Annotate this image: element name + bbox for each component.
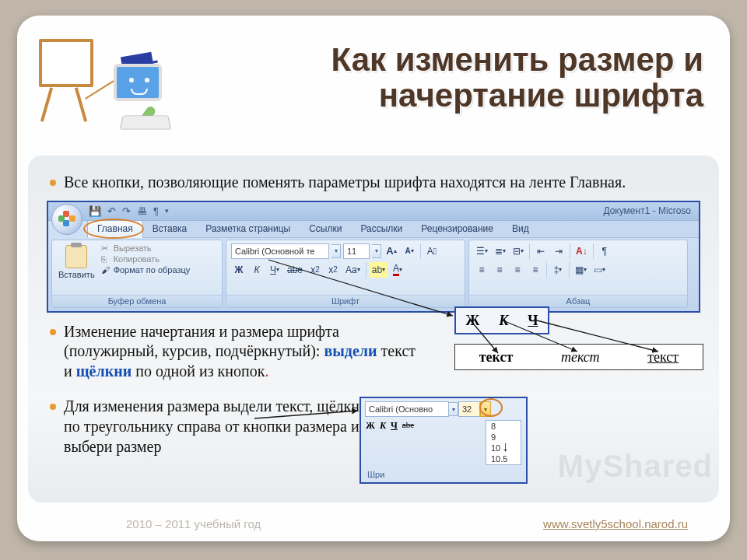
callout-s[interactable]: abe xyxy=(402,420,414,432)
tab-home[interactable]: Главная xyxy=(87,220,143,238)
bold-label: Ж xyxy=(235,264,244,275)
highlight-label: ab xyxy=(372,264,382,275)
callout-underline: Ч xyxy=(528,313,538,329)
font-size-combo[interactable]: 11 xyxy=(343,243,370,259)
tab-view[interactable]: Вид xyxy=(503,221,538,237)
strike-button[interactable]: abe xyxy=(285,262,305,278)
shading-button[interactable]: ▦▾ xyxy=(573,262,589,278)
paste-label: Вставить xyxy=(58,270,95,279)
tab-review[interactable]: Рецензирование xyxy=(412,221,503,237)
align-center-button[interactable]: ≡ xyxy=(492,262,507,278)
brush-icon: 🖌 xyxy=(101,265,110,275)
callout-u[interactable]: Ч xyxy=(391,420,398,432)
arrow-down-icon: ↓ xyxy=(502,439,509,455)
highlight-button[interactable]: ab▾ xyxy=(370,262,388,278)
office-button[interactable] xyxy=(51,204,82,235)
sort-button[interactable]: А↓ xyxy=(573,243,590,259)
italic-button[interactable]: К xyxy=(249,262,265,278)
tab-mailings[interactable]: Рассылки xyxy=(351,221,412,237)
grow-font-button[interactable]: A▴ xyxy=(384,243,399,259)
subscript-button[interactable]: x2 xyxy=(307,262,323,278)
pilcrow-icon[interactable]: ¶ xyxy=(153,205,159,217)
bullet-2-text-c: по одной из кнопок xyxy=(132,362,265,380)
callout-italic: К xyxy=(499,313,508,329)
size-option[interactable]: 10.5 xyxy=(486,453,521,464)
sample-italic: текст xyxy=(561,349,600,366)
superscript-button[interactable]: x2 xyxy=(325,262,341,278)
callout-i[interactable]: К xyxy=(380,420,386,432)
tab-references[interactable]: Ссылки xyxy=(300,221,351,237)
bullet-2-highlight-2: щёлкни xyxy=(76,362,132,380)
change-case-button[interactable]: Aa▾ xyxy=(343,262,363,278)
bullet-3: Для изменения размера выдели текст, щёлк… xyxy=(47,397,374,457)
paste-button[interactable]: Вставить xyxy=(57,243,96,279)
bullet-2-dot: . xyxy=(265,362,268,380)
callout-size-drop-icon[interactable]: ▾ xyxy=(480,401,491,417)
indent-decrease-button[interactable]: ⇤ xyxy=(533,243,549,259)
copy-icon: ⎘ xyxy=(101,254,110,264)
shrink-font-button[interactable]: A▾ xyxy=(402,243,417,259)
undo-icon[interactable]: ↶ xyxy=(107,205,116,217)
cut-button[interactable]: ✂Вырезать xyxy=(101,243,191,253)
tab-layout[interactable]: Разметка страницы xyxy=(196,221,300,237)
line-spacing-button[interactable]: ‡▾ xyxy=(550,262,566,278)
numbering-button[interactable]: ≣▾ xyxy=(493,243,508,259)
bullets-button[interactable]: ☰▾ xyxy=(474,243,490,259)
callout-size-combo[interactable]: 32 xyxy=(458,401,480,417)
callout-b[interactable]: Ж xyxy=(366,420,375,432)
redo-icon[interactable]: ↷ xyxy=(122,205,131,217)
copy-label: Копировать xyxy=(114,254,160,264)
copy-button[interactable]: ⎘Копировать xyxy=(101,254,191,264)
slide-title: Как изменить размер и начертание шрифта xyxy=(213,42,703,114)
callout-bold: Ж xyxy=(465,313,479,329)
sample-bold: текст xyxy=(479,349,514,366)
bold-italic-underline-callout: Ж К Ч xyxy=(454,306,549,334)
borders-button[interactable]: ▭▾ xyxy=(591,262,608,278)
document-title: Документ1 - Microso xyxy=(603,205,691,216)
show-marks-button[interactable]: ¶ xyxy=(597,243,612,259)
format-painter-button[interactable]: 🖌Формат по образцу xyxy=(101,265,191,275)
footer-year: 2010 – 2011 учебный год xyxy=(126,517,261,530)
grow-font-label: A xyxy=(386,245,393,257)
bold-button[interactable]: Ж xyxy=(231,262,247,278)
underline-button[interactable]: Ч▾ xyxy=(267,262,282,278)
qat-more-icon[interactable]: ▾ xyxy=(165,207,169,215)
font-color-button[interactable]: A▾ xyxy=(390,262,405,278)
indent-increase-button[interactable]: ⇥ xyxy=(551,243,566,259)
size-option[interactable]: 8 xyxy=(486,421,521,432)
sample-underline: текст xyxy=(647,349,679,366)
font-name-drop-icon[interactable]: ▾ xyxy=(331,244,341,258)
strike-label: abe xyxy=(287,264,303,275)
multilevel-button[interactable]: ⊟▾ xyxy=(510,243,526,259)
save-icon[interactable]: 💾 xyxy=(89,205,101,217)
ribbon-screenshot: 💾 ↶ ↷ 🖶 ¶ ▾ Документ1 - Microso Главная … xyxy=(47,201,700,313)
computer-character-icon xyxy=(98,64,176,134)
justify-button[interactable]: ≡ xyxy=(528,262,543,278)
italic-label: К xyxy=(254,264,259,275)
footer-link[interactable]: www.svetly5school.narod.ru xyxy=(543,517,688,530)
format-painter-label: Формат по образцу xyxy=(114,265,191,275)
shrink-font-label: A xyxy=(405,247,410,255)
text-samples: текст текст текст xyxy=(454,344,703,370)
font-size-callout: Calibri (Основно▾ 32▾ Ж К Ч abe 8 9 10 1… xyxy=(359,397,528,484)
font-color-label: A xyxy=(393,263,399,276)
cut-label: Вырезать xyxy=(114,243,152,253)
print-icon[interactable]: 🖶 xyxy=(137,205,147,217)
scissors-icon: ✂ xyxy=(101,243,110,253)
align-left-button[interactable]: ≡ xyxy=(474,262,489,278)
group-clipboard: Вставить ✂Вырезать ⎘Копировать 🖌Формат п… xyxy=(51,240,223,308)
callout-font-combo[interactable]: Calibri (Основно xyxy=(365,401,449,417)
tab-insert[interactable]: Вставка xyxy=(143,221,197,237)
quick-access-toolbar: 💾 ↶ ↷ 🖶 ¶ ▾ Документ1 - Microso xyxy=(48,202,699,221)
font-size-drop-icon[interactable]: ▾ xyxy=(372,244,381,258)
case-label: Aa xyxy=(345,264,357,275)
align-right-button[interactable]: ≡ xyxy=(510,262,525,278)
underline-label: Ч xyxy=(270,264,276,275)
group-clipboard-label: Буфер обмена xyxy=(52,295,222,307)
easel-icon xyxy=(34,37,104,127)
font-name-combo[interactable]: Calibri (Основной те xyxy=(231,243,329,259)
callout-font-drop-icon[interactable]: ▾ xyxy=(449,402,458,416)
bullet-2-highlight-1: выдели xyxy=(324,342,377,359)
clear-format-button[interactable]: Aͣ xyxy=(424,243,440,259)
group-font: Calibri (Основной те▾ 11▾ A▴ A▾ Aͣ Ж К Ч… xyxy=(226,240,465,308)
